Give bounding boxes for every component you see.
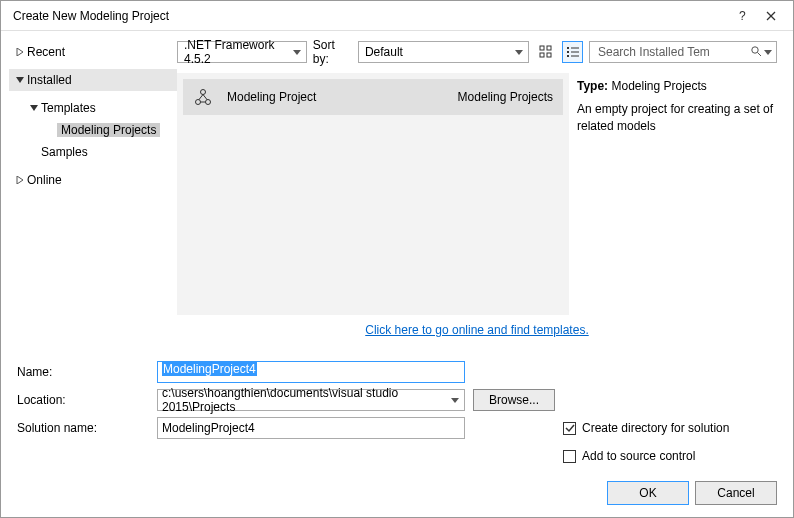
project-form: Name: ModelingProject4 Location: c:\user… [9,353,777,517]
search-input[interactable] [596,44,750,60]
sort-value: Default [365,45,403,59]
add-source-control-checkbox[interactable]: Add to source control [563,446,777,466]
solution-name-value: ModelingProject4 [162,421,255,435]
search-box[interactable] [589,41,777,63]
close-icon[interactable] [757,5,785,27]
svg-rect-11 [540,53,544,57]
tree-label: Installed [27,73,72,87]
svg-marker-6 [17,176,23,184]
svg-marker-21 [764,50,772,55]
location-input[interactable]: c:\users\hoangthien\documents\visual stu… [157,389,465,411]
cancel-button[interactable]: Cancel [695,481,777,505]
view-small-icons-button[interactable] [562,41,583,63]
template-item-modeling-project[interactable]: Modeling Project Modeling Projects [183,79,563,115]
svg-line-20 [758,52,762,56]
svg-marker-8 [515,50,523,55]
search-icon [750,45,762,60]
tree-label: Templates [41,101,96,115]
svg-rect-14 [571,48,579,49]
svg-marker-28 [451,398,459,403]
svg-rect-18 [571,56,579,57]
create-directory-label: Create directory for solution [582,421,729,435]
tree-label: Online [27,173,62,187]
category-tree: Recent Installed Templates M [9,39,177,353]
svg-marker-4 [16,77,24,83]
window-title: Create New Modeling Project [9,9,729,23]
chevron-down-icon [13,76,27,84]
solution-name-label: Solution name: [9,421,157,435]
grid-icon [539,45,553,59]
chevron-right-icon [13,176,27,184]
framework-value: .NET Framework 4.5.2 [184,38,288,66]
chevron-down-icon [450,394,460,408]
online-templates-link-row: Click here to go online and find templat… [177,315,777,353]
tree-label: Modeling Projects [57,123,160,137]
tree-item-online[interactable]: Online [9,169,177,191]
chevron-down-icon [292,46,302,60]
browse-button[interactable]: Browse... [473,389,555,411]
list-icon [566,45,580,59]
location-value: c:\users\hoangthien\documents\visual stu… [162,386,446,414]
chevron-down-icon [514,46,524,60]
name-value: ModelingProject4 [162,362,257,376]
tree-item-recent[interactable]: Recent [9,41,177,63]
svg-marker-3 [17,48,23,56]
templates-list: Modeling Project Modeling Projects [177,73,569,315]
svg-marker-5 [30,105,38,111]
tree-label: Samples [41,145,88,159]
tree-label: Recent [27,45,65,59]
dialog-window: Create New Modeling Project ? Recent [0,0,794,518]
svg-point-23 [195,100,200,105]
details-pane: Type: Modeling Projects An empty project… [577,73,777,315]
tree-item-installed[interactable]: Installed [9,69,177,91]
svg-point-24 [205,100,210,105]
template-category: Modeling Projects [458,90,553,104]
filter-toolbar: .NET Framework 4.5.2 Sort by: Default [177,39,777,65]
sort-dropdown[interactable]: Default [358,41,529,63]
online-templates-link[interactable]: Click here to go online and find templat… [365,323,588,337]
svg-rect-15 [567,51,569,53]
create-directory-checkbox[interactable]: Create directory for solution [563,418,777,438]
svg-rect-10 [547,46,551,50]
svg-rect-9 [540,46,544,50]
name-input[interactable]: ModelingProject4 [157,361,465,383]
view-medium-icons-button[interactable] [535,41,556,63]
svg-marker-7 [293,50,301,55]
modeling-project-icon [193,87,213,107]
svg-rect-16 [571,52,579,53]
framework-dropdown[interactable]: .NET Framework 4.5.2 [177,41,307,63]
chevron-right-icon [13,48,27,56]
checkbox-unchecked-icon [563,450,576,463]
svg-point-22 [200,90,205,95]
add-source-control-label: Add to source control [582,449,695,463]
title-bar: Create New Modeling Project ? [1,1,793,31]
ok-button[interactable]: OK [607,481,689,505]
svg-line-25 [199,95,203,100]
solution-name-input[interactable]: ModelingProject4 [157,417,465,439]
type-label: Type: [577,79,608,93]
chevron-down-icon [27,104,41,112]
tree-item-templates[interactable]: Templates [9,97,177,119]
tree-item-samples[interactable]: Samples [9,141,177,163]
location-label: Location: [9,393,157,407]
sort-label: Sort by: [313,38,352,66]
svg-rect-13 [567,47,569,49]
type-value: Modeling Projects [611,79,706,93]
help-icon[interactable]: ? [729,5,757,27]
name-label: Name: [9,365,157,379]
svg-point-19 [752,46,758,52]
description-text: An empty project for creating a set of r… [577,101,777,135]
dialog-buttons: OK Cancel [9,471,777,517]
chevron-down-icon[interactable] [764,45,772,59]
template-name: Modeling Project [223,90,336,104]
checkbox-checked-icon [563,422,576,435]
svg-text:?: ? [739,10,746,22]
svg-rect-12 [547,53,551,57]
svg-rect-17 [567,55,569,57]
tree-item-modeling-projects[interactable]: Modeling Projects [9,119,177,141]
svg-line-26 [203,95,207,100]
